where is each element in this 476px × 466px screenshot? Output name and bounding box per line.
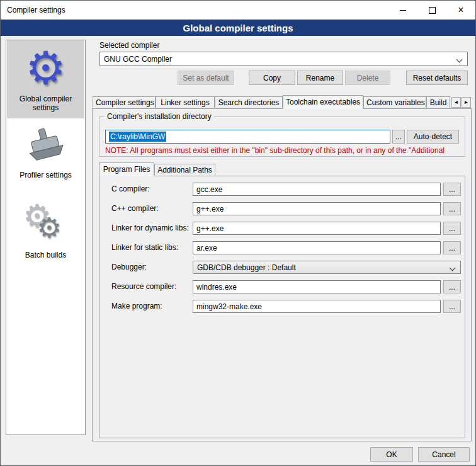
linker-static-input[interactable]: ar.exe — [193, 241, 441, 254]
cpp-compiler-value: g++.exe — [196, 205, 224, 213]
resource-compiler-value: windres.exe — [196, 283, 237, 292]
resource-compiler-input[interactable]: windres.exe — [193, 280, 441, 293]
linker-dynamic-input[interactable]: g++.exe — [193, 222, 441, 235]
resource-compiler-label: Resource compiler: — [111, 280, 176, 293]
page-title: Global compiler settings — [1, 20, 475, 36]
sidebar-item-profiler-settings[interactable]: Profiler settings — [7, 125, 84, 188]
make-program-label: Make program: — [111, 300, 162, 313]
linker-static-label: Linker for static libs: — [111, 241, 178, 254]
window-controls: × — [388, 1, 475, 20]
installation-directory-legend: Compiler's installation directory — [105, 112, 214, 121]
minimize-button[interactable] — [388, 1, 417, 20]
compiler-select-value: GNU GCC Compiler — [104, 55, 172, 64]
compiler-select[interactable]: GNU GCC Compiler — [99, 52, 468, 66]
debugger-label: Debugger: — [111, 261, 147, 274]
close-button[interactable]: × — [446, 1, 475, 20]
installation-directory-value: C:\raylib\MinGW — [109, 132, 166, 142]
cpp-compiler-input[interactable]: g++.exe — [193, 202, 441, 215]
sidebar-item-label: Global compiler settings — [8, 94, 83, 112]
tab-program-files[interactable]: Program Files — [99, 162, 154, 176]
c-compiler-value: gcc.exe — [196, 185, 222, 194]
gear-icon: ⚙ — [25, 43, 66, 93]
sidebar-item-label: Profiler settings — [20, 171, 72, 179]
tab-scroll-left-button[interactable]: ◄ — [451, 97, 461, 108]
sidebar-item-label: Batch builds — [25, 251, 66, 259]
tab-bar: Compiler settings Linker settings Search… — [93, 95, 450, 109]
close-icon: × — [458, 5, 463, 15]
sidebar-item-batch-builds[interactable]: ⚙⚙ Batch builds — [7, 203, 84, 266]
chevron-down-icon — [450, 265, 456, 271]
debugger-select[interactable]: GDB/CDB debugger : Default — [193, 261, 461, 274]
minimize-icon — [400, 10, 406, 11]
linker-static-value: ar.exe — [196, 244, 217, 253]
c-compiler-label: C compiler: — [111, 183, 150, 196]
tab-build-options[interactable]: Build — [426, 96, 450, 108]
delete-button[interactable]: Delete — [345, 71, 390, 85]
cpp-compiler-browse-button[interactable]: ... — [443, 202, 461, 215]
window-title: Compiler settings — [1, 6, 65, 14]
tab-search-directories[interactable]: Search directories — [215, 96, 283, 108]
debugger-value: GDB/CDB debugger : Default — [197, 263, 296, 272]
linker-dynamic-value: g++.exe — [196, 224, 224, 233]
chevron-down-icon — [456, 57, 463, 63]
auto-detect-button[interactable]: Auto-detect — [407, 130, 459, 144]
compiler-settings-dialog: Compiler settings × Global compiler sett… — [0, 0, 476, 466]
c-compiler-input[interactable]: gcc.exe — [193, 183, 441, 196]
make-program-value: mingw32-make.exe — [196, 302, 262, 311]
linker-dynamic-label: Linker for dynamic libs: — [111, 222, 189, 235]
reset-defaults-button[interactable]: Reset defaults — [406, 71, 468, 85]
set-as-default-button[interactable]: Set as default — [178, 71, 234, 85]
maximize-icon — [429, 7, 436, 14]
installation-note: NOTE: All programs must exist either in … — [105, 146, 464, 156]
rename-button[interactable]: Rename — [297, 71, 343, 85]
make-program-browse-button[interactable]: ... — [443, 300, 461, 313]
maximize-button[interactable] — [417, 1, 446, 20]
sidebar: ⚙ Global compiler settings Profiler sett… — [6, 40, 86, 435]
batch-builds-icon: ⚙⚙ — [21, 205, 71, 249]
tab-linker-settings[interactable]: Linker settings — [156, 96, 215, 108]
ok-button[interactable]: OK — [370, 447, 413, 462]
titlebar: Compiler settings × — [1, 1, 475, 20]
resource-compiler-browse-button[interactable]: ... — [443, 280, 461, 293]
tab-custom-variables[interactable]: Custom variables — [363, 96, 426, 108]
make-program-input[interactable]: mingw32-make.exe — [193, 300, 441, 313]
linker-dynamic-browse-button[interactable]: ... — [443, 222, 461, 235]
tab-additional-paths[interactable]: Additional Paths — [154, 164, 215, 175]
linker-static-browse-button[interactable]: ... — [443, 241, 461, 254]
tab-scroll-right-button[interactable]: ► — [462, 97, 471, 108]
copy-button[interactable]: Copy — [249, 71, 295, 85]
cpp-compiler-label: C++ compiler: — [111, 202, 159, 215]
selected-compiler-label: Selected compiler — [99, 41, 159, 50]
subtab-bar: Program Files Additional Paths — [99, 162, 215, 176]
cancel-button[interactable]: Cancel — [418, 447, 470, 462]
tab-compiler-settings[interactable]: Compiler settings — [93, 96, 156, 108]
tab-toolchain-executables[interactable]: Toolchain executables — [283, 95, 363, 109]
installation-directory-input[interactable]: C:\raylib\MinGW — [105, 130, 390, 144]
installation-directory-browse-button[interactable]: ... — [392, 130, 405, 144]
sidebar-item-global-compiler-settings[interactable]: ⚙ Global compiler settings — [7, 40, 84, 118]
c-compiler-browse-button[interactable]: ... — [443, 183, 461, 196]
profiler-icon — [25, 127, 67, 169]
